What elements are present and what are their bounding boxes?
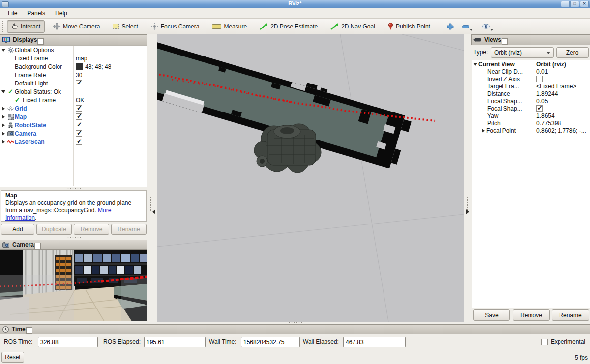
pose-estimate-tool-button[interactable]: 2D Pose Estimate [255,20,322,33]
displays-panel-header[interactable]: Displays [0,34,148,45]
ros-time-input[interactable] [38,337,98,347]
row-display-robotstate[interactable]: RobotState [0,121,147,129]
row-target-frame[interactable]: Target Fra... <Fixed Frame> [472,83,590,90]
invert-z-checkbox[interactable] [536,76,543,82]
camera-enabled-checkbox[interactable] [76,130,82,137]
remove-view-button[interactable]: Remove [513,309,550,321]
row-global-options[interactable]: Global Options [0,46,147,54]
grid-display-icon [6,106,15,111]
color-swatch[interactable] [76,63,83,70]
laserscan-display-icon [6,140,15,144]
row-focal-shape-size[interactable]: Focal Shap... 0.05 [472,97,590,105]
row-current-view[interactable]: Current View Orbit (rviz) [472,60,590,68]
time-panel-title: Time [12,326,26,333]
reset-button[interactable]: Reset [1,352,24,363]
displays-float-checkbox[interactable] [37,38,44,45]
laserscan-enabled-checkbox[interactable] [76,139,82,145]
select-tool-button[interactable]: Select [108,20,142,33]
expand-icon[interactable] [482,129,485,133]
camera-panel-header[interactable]: Camera [0,240,148,250]
column-divider [73,46,74,186]
focal-shape-checkbox[interactable] [536,105,543,112]
experimental-checkbox[interactable] [541,339,548,345]
tool-properties-button[interactable] [481,20,498,33]
left-splitter[interactable] [148,34,157,322]
row-near-clip[interactable]: Near Clip D... 0.01 [472,68,590,75]
wall-elapsed-input[interactable] [343,337,406,347]
row-display-map[interactable]: Map [0,112,147,121]
row-focal-point[interactable]: Focal Point 0.8602; 1.7786; -... [472,127,590,134]
view-type-combobox[interactable]: Orbit (rviz) [491,47,554,58]
time-float-checkbox[interactable] [26,327,32,334]
title-bar[interactable]: RViz* – □ ✕ [0,0,590,8]
rename-display-button[interactable]: Rename [111,224,147,235]
row-invert-z[interactable]: Invert Z Axis [472,75,590,83]
zero-button[interactable]: Zero [556,47,589,58]
collapse-icon[interactable] [1,90,5,93]
interact-tool-button[interactable]: Interact [7,20,45,33]
remove-display-button[interactable]: Remove [74,224,109,235]
close-button[interactable]: ✕ [580,1,589,7]
interact-label: Interact [21,23,40,30]
toolbar-drag-handle[interactable] [2,21,4,32]
ros-elapsed-input[interactable] [144,337,206,347]
row-distance[interactable]: Distance 1.89244 [472,90,590,97]
wall-time-input[interactable] [241,337,300,347]
grid-enabled-checkbox[interactable] [76,105,82,112]
expand-icon[interactable] [2,123,5,127]
frame-rate-value[interactable]: 30 [76,72,82,79]
expand-icon[interactable] [2,115,5,119]
row-display-camera[interactable]: Camera [0,129,147,138]
maximize-button[interactable]: □ [570,1,579,7]
3d-viewport[interactable] [157,34,464,322]
time-panel-header[interactable]: Time [0,324,590,334]
remove-tool-button[interactable] [461,20,477,33]
eye-icon [482,24,490,29]
nav-goal-tool-button[interactable]: 2D Nav Goal [326,20,380,33]
expand-icon[interactable] [2,107,5,111]
row-focal-shape-fixed[interactable]: Focal Shap... [472,105,590,112]
row-background-color[interactable]: Background Color 48; 48; 48 [0,62,147,71]
camera-image[interactable] [0,250,148,321]
collapse-icon[interactable] [473,63,477,66]
row-pitch[interactable]: Pitch 0.775398 [472,119,590,127]
move-camera-tool-button[interactable]: Move Camera [49,20,104,33]
focus-camera-tool-button[interactable]: Focus Camera [147,20,204,33]
splitter-handle[interactable] [67,237,81,239]
save-view-button[interactable]: Save [473,309,510,321]
camera-float-checkbox[interactable] [34,243,41,249]
default-light-checkbox[interactable] [76,80,82,86]
collapse-icon[interactable] [1,49,5,52]
row-fixed-frame[interactable]: Fixed Frame map [0,54,147,62]
menu-panels[interactable]: Panels [22,9,50,18]
row-yaw[interactable]: Yaw 1.8654 [472,112,590,119]
row-frame-rate[interactable]: Frame Rate 30 [0,71,147,79]
row-display-laserscan[interactable]: LaserScan [0,138,147,146]
robotstate-enabled-checkbox[interactable] [76,122,82,128]
collapse-left-arrow-icon[interactable] [152,209,155,214]
row-global-status[interactable]: ✓Global Status: Ok [0,87,147,96]
row-status-fixed-frame[interactable]: ✓Fixed Frame OK [0,96,147,104]
background-color-value[interactable]: 48; 48; 48 [85,63,111,70]
menu-file[interactable]: File [3,9,22,18]
row-default-light[interactable]: Default Light [0,79,147,87]
add-tool-button[interactable] [444,20,457,33]
map-enabled-checkbox[interactable] [76,113,82,120]
measure-tool-button[interactable]: Measure [207,20,251,33]
minus-icon [462,23,469,30]
views-panel-header[interactable]: Views [471,34,590,45]
add-button[interactable]: Add [1,224,34,235]
collapse-right-arrow-icon[interactable] [466,209,469,214]
minimize-button[interactable]: – [561,1,570,7]
menu-help[interactable]: Help [50,9,72,18]
expand-icon[interactable] [2,140,5,144]
splitter-handle[interactable] [67,188,81,190]
right-splitter[interactable] [464,34,471,322]
rename-view-button[interactable]: Rename [552,309,589,321]
publish-point-tool-button[interactable]: Publish Point [384,20,435,33]
row-display-grid[interactable]: Grid [0,104,147,112]
fixed-frame-value[interactable]: map [76,55,87,62]
duplicate-button[interactable]: Duplicate [36,224,72,235]
expand-icon[interactable] [2,132,5,136]
views-float-checkbox[interactable] [502,38,508,45]
